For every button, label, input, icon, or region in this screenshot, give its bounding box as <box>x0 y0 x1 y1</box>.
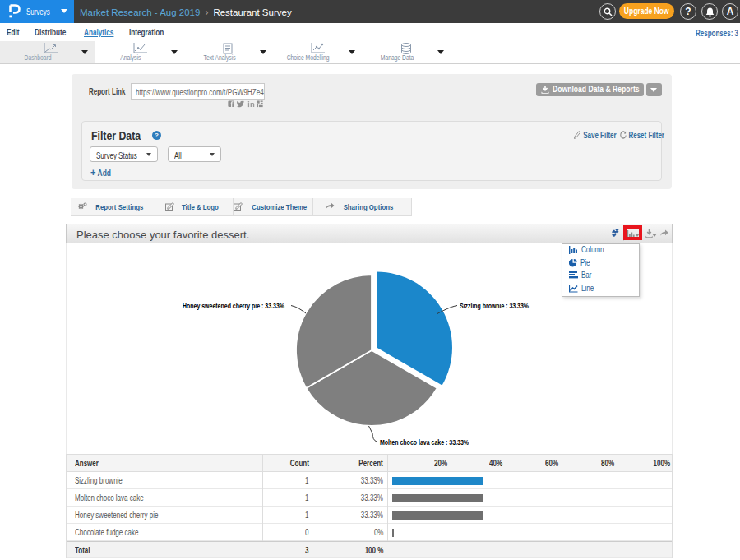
svg-text:Honey sweetened cherry pie : 3: Honey sweetened cherry pie : 33.33% <box>183 302 284 310</box>
svg-text:Sizzling brownie : 33.33%: Sizzling brownie : 33.33% <box>460 302 529 310</box>
svg-text:Molten choco lava cake : 33.33: Molten choco lava cake : 33.33% <box>380 438 469 447</box>
